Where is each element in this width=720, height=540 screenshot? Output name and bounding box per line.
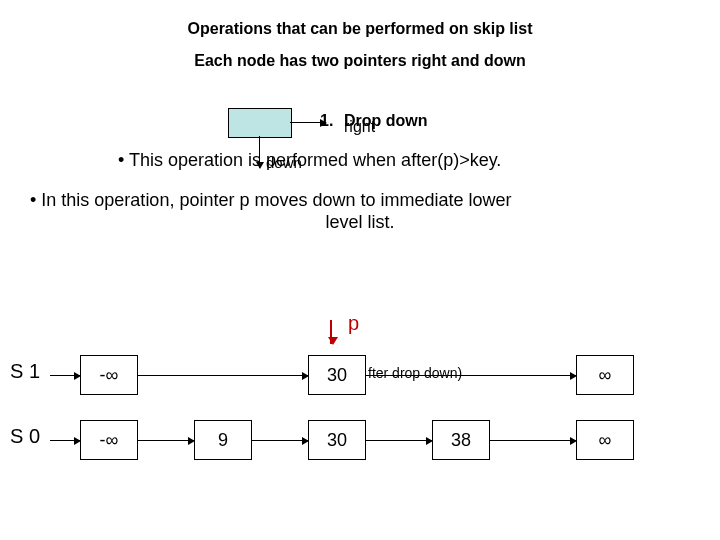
right-label: right xyxy=(344,118,375,136)
page-title-1: Operations that can be performed on skip… xyxy=(0,20,720,38)
link-s1-to-neginf xyxy=(50,375,80,376)
bullet-2-line1: In this operation, pointer p moves down … xyxy=(30,190,512,211)
bullet-2-line2: level list. xyxy=(0,212,720,233)
level-label-s1: S 1 xyxy=(10,360,40,383)
link-s0-38-posinf xyxy=(490,440,576,441)
link-s1-neginf-30 xyxy=(138,375,308,376)
page-title-2: Each node has two pointers right and dow… xyxy=(0,52,720,70)
node-s1-posinf: ∞ xyxy=(576,355,634,395)
bullet-1: This operation is performed when after(p… xyxy=(118,150,501,171)
link-s0-neginf-9 xyxy=(138,440,194,441)
link-s0-30-38 xyxy=(366,440,432,441)
pointer-p-label: p xyxy=(348,312,359,335)
after-drop-down-note: fter drop down) xyxy=(368,365,462,381)
level-label-s0: S 0 xyxy=(10,425,40,448)
pointer-demo-box xyxy=(228,108,292,138)
node-s0-neginf: -∞ xyxy=(80,420,138,460)
link-s0-9-30 xyxy=(252,440,308,441)
link-s0-to-neginf xyxy=(50,440,80,441)
node-s0-30: 30 xyxy=(308,420,366,460)
node-s0-9: 9 xyxy=(194,420,252,460)
node-s1-30: 30 xyxy=(308,355,366,395)
link-s1-30-posinf xyxy=(366,375,576,376)
pointer-p-arrow xyxy=(330,320,332,344)
node-s0-posinf: ∞ xyxy=(576,420,634,460)
node-s0-38: 38 xyxy=(432,420,490,460)
heading-number: 1. xyxy=(320,112,333,130)
node-s1-neginf: -∞ xyxy=(80,355,138,395)
